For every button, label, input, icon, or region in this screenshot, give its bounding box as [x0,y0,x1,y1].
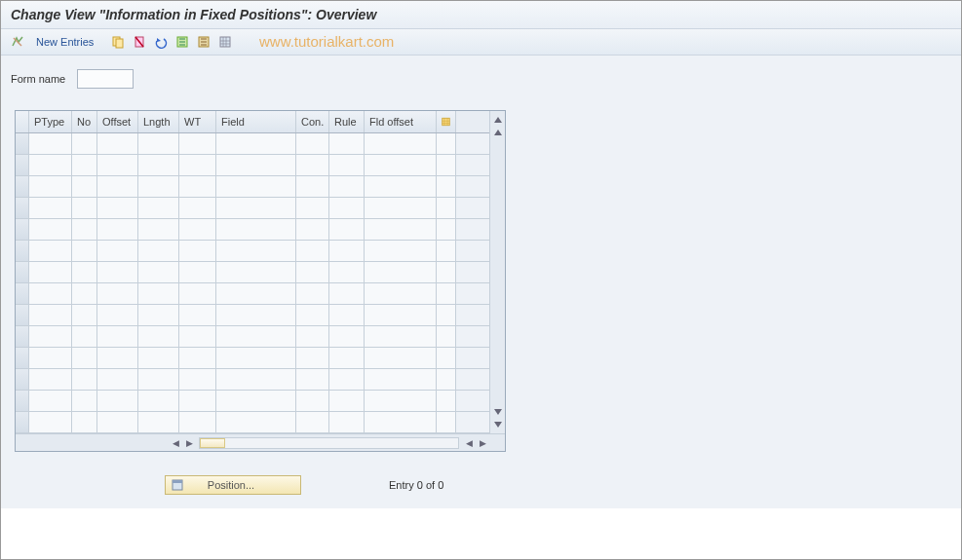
table-row[interactable] [16,133,489,155]
table-cell[interactable] [29,369,72,390]
table-cell[interactable] [329,348,365,368]
table-cell[interactable] [437,305,456,325]
column-header-ptype[interactable]: PType [29,111,72,132]
table-cell[interactable] [296,283,329,304]
table-cell[interactable] [29,219,72,240]
scroll-left-icon[interactable]: ▶ [182,436,196,450]
table-cell[interactable] [29,412,72,432]
table-row[interactable] [16,412,489,433]
scroll-left-first-icon[interactable]: ◀ [169,436,182,450]
table-cell[interactable] [29,262,72,282]
table-cell[interactable] [97,133,138,154]
table-cell[interactable] [29,283,72,304]
table-cell[interactable] [97,241,138,261]
table-cell[interactable] [179,369,216,390]
table-cell[interactable] [179,283,216,304]
table-row[interactable] [16,241,489,262]
table-cell[interactable] [216,198,296,218]
table-cell[interactable] [437,155,456,175]
row-selector[interactable] [16,391,29,411]
table-cell[interactable] [97,369,138,390]
table-cell[interactable] [216,155,296,175]
table-cell[interactable] [138,155,179,175]
table-cell[interactable] [72,326,97,347]
table-cell[interactable] [365,326,437,347]
table-row[interactable] [16,283,489,305]
table-cell[interactable] [329,305,365,325]
table-cell[interactable] [179,155,216,175]
delete-icon[interactable] [131,33,148,51]
table-cell[interactable] [179,198,216,218]
table-cell[interactable] [72,262,97,282]
column-header-con[interactable]: Con. [296,111,329,132]
table-row[interactable] [16,198,489,219]
table-cell[interactable] [216,412,296,432]
table-config-icon[interactable] [437,111,456,132]
table-cell[interactable] [216,305,296,325]
table-cell[interactable] [365,219,437,240]
table-cell[interactable] [138,262,179,282]
table-cell[interactable] [365,133,437,154]
column-header-lngth[interactable]: Lngth [138,111,179,132]
table-cell[interactable] [179,241,216,261]
table-cell[interactable] [72,241,97,261]
column-header-no[interactable]: No [72,111,97,132]
table-cell[interactable] [97,391,138,411]
table-cell[interactable] [29,241,72,261]
table-cell[interactable] [437,198,456,218]
table-cell[interactable] [216,241,296,261]
row-selector[interactable] [16,348,29,368]
table-cell[interactable] [365,283,437,304]
scroll-up-step-icon[interactable] [493,128,503,137]
table-cell[interactable] [72,412,97,432]
row-selector[interactable] [16,241,29,261]
table-cell[interactable] [437,219,456,240]
table-cell[interactable] [365,391,437,411]
table-cell[interactable] [179,262,216,282]
row-selector[interactable] [16,219,29,240]
table-cell[interactable] [179,348,216,368]
select-all-icon[interactable] [173,33,191,51]
table-cell[interactable] [29,176,72,197]
table-settings-icon[interactable] [216,33,234,51]
scroll-right-icon[interactable]: ◀ [462,436,476,450]
row-selector[interactable] [16,198,29,218]
table-cell[interactable] [216,262,296,282]
table-cell[interactable] [216,369,296,390]
scroll-right-last-icon[interactable]: ▶ [476,436,489,450]
table-cell[interactable] [72,176,97,197]
table-row[interactable] [16,326,489,348]
table-cell[interactable] [72,133,97,154]
table-row[interactable] [16,219,489,241]
table-cell[interactable] [329,283,365,304]
table-cell[interactable] [437,391,456,411]
table-cell[interactable] [216,391,296,411]
table-cell[interactable] [138,412,179,432]
deselect-all-icon[interactable] [195,33,212,51]
table-cell[interactable] [365,412,437,432]
table-cell[interactable] [97,219,138,240]
row-selector[interactable] [16,326,29,347]
table-cell[interactable] [72,198,97,218]
scroll-thumb[interactable] [200,438,225,448]
table-cell[interactable] [179,219,216,240]
table-cell[interactable] [296,326,329,347]
table-cell[interactable] [296,348,329,368]
table-cell[interactable] [72,219,97,240]
scroll-track[interactable] [199,437,459,449]
table-cell[interactable] [329,412,365,432]
vertical-scrollbar[interactable] [489,111,505,433]
table-cell[interactable] [138,369,179,390]
column-header-offset[interactable]: Offset [97,111,138,132]
table-cell[interactable] [437,241,456,261]
table-cell[interactable] [138,198,179,218]
row-selector[interactable] [16,133,29,154]
table-cell[interactable] [97,198,138,218]
position-button[interactable]: Position... [165,475,301,495]
row-selector[interactable] [16,176,29,197]
row-selector[interactable] [16,412,29,432]
table-cell[interactable] [329,176,365,197]
table-cell[interactable] [138,219,179,240]
table-cell[interactable] [365,176,437,197]
table-cell[interactable] [329,198,365,218]
